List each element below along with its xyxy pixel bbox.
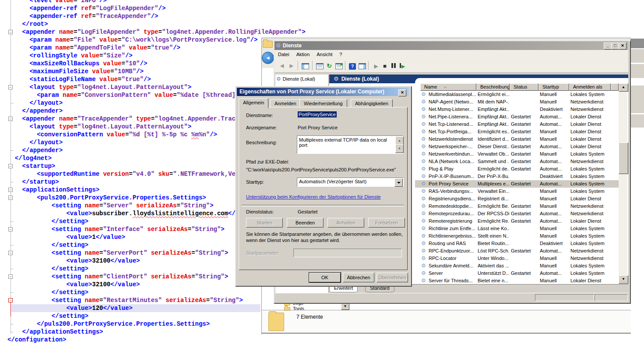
service-row[interactable]: ⚙Net.Tcp-Portfreiga...Ermöglicht es...Ge…: [415, 128, 619, 135]
scroll-down-icon[interactable]: ▼: [619, 275, 628, 284]
startup-type-combobox[interactable]: Automatisch (Verzögerter Start): [297, 178, 404, 187]
show-console-tree-icon[interactable]: [301, 61, 310, 70]
menu-item-file[interactable]: Datei: [274, 50, 293, 59]
service-row[interactable]: ⚙RPC-Endpunktzuor...Löst RPC-Sch...Gesta…: [415, 247, 619, 255]
scroll-up-icon[interactable]: ▲: [395, 136, 404, 145]
column-header-name[interactable]: Name: [420, 83, 476, 91]
maximize-button[interactable]: □: [611, 43, 619, 50]
restart-service-icon[interactable]: ▶: [398, 61, 407, 70]
service-row[interactable]: ⚙Server für Threads...Bietet eine n...Ma…: [415, 277, 619, 284]
service-row[interactable]: ⚙Plug & PlayErmöglicht de...GestartetAut…: [415, 165, 619, 173]
service-row[interactable]: ⚙Remoteprozedurau...Der RPCSS-Di...Gesta…: [415, 210, 619, 217]
cell-logon: Lokales System: [570, 173, 618, 180]
service-row[interactable]: ⚙Richtlinie zum Entfe...Lässt eine Ko...…: [415, 225, 619, 232]
service-gear-icon: ⚙: [421, 158, 426, 165]
back-button[interactable]: ◄: [262, 52, 274, 64]
code-line: <value>32100</value>: [7, 257, 140, 265]
stop-service-icon[interactable]: ■: [380, 61, 389, 70]
column-header-status[interactable]: Status: [510, 83, 538, 91]
service-row[interactable]: ⚙Netzwerkverbindun...Verwaltet Ob...Gest…: [415, 150, 619, 158]
cell-logon: Lokales System: [570, 151, 618, 157]
service-row-selected[interactable]: ⚙Port Proxy ServiceMultiplexes e...Gesta…: [415, 180, 619, 188]
startup-options-help-link[interactable]: Unterstützung beim Konfigurieren der Sta…: [246, 194, 381, 199]
export-list-icon[interactable]: ►: [334, 61, 343, 70]
cell-logon: Lokaler Dienst: [570, 218, 618, 224]
tab-wiederherstellung[interactable]: Wiederherstellung: [299, 99, 347, 108]
column-header-beschreibung[interactable]: Beschreibung: [476, 83, 510, 91]
background-window-fragment: [630, 64, 644, 78]
service-name-value[interactable]: PortProxyService: [298, 112, 337, 117]
code-line: <value>120</value>: [7, 304, 133, 312]
start-service-icon[interactable]: ▶: [372, 61, 380, 70]
code-line: <setting name="Interface" serializeAs="S…: [7, 225, 225, 233]
service-row[interactable]: ⚙ServerUnterstützt D...GestartetAutomat.…: [415, 270, 619, 277]
cell-status: Gestartet: [511, 166, 538, 172]
minimize-button[interactable]: _: [604, 43, 612, 50]
service-row[interactable]: ⚙PnP-X-IP-Busenum...Der PnP-X-Bu...Deakt…: [415, 173, 619, 180]
tab-abhängigkeiten[interactable]: Abhängigkeiten: [351, 99, 393, 108]
help-icon[interactable]: ?: [348, 61, 357, 70]
service-row[interactable]: ⚙Netzwerkspeicher-...Dieser Dienst...Ges…: [415, 143, 619, 150]
start-params-input[interactable]: [293, 249, 402, 257]
pause-service-icon[interactable]: [389, 61, 398, 70]
refresh-icon[interactable]: ↻: [325, 61, 334, 70]
tab-anmelden[interactable]: Anmelden: [270, 99, 301, 108]
cell-start: Manuell: [540, 188, 569, 195]
scrollbar-thumb[interactable]: [619, 142, 628, 174]
explorer-details-pane: 7 Elemente: [262, 311, 631, 333]
dialog-titlebar[interactable]: Eigenschaften von Port Proxy Service (Lo…: [237, 88, 408, 96]
service-row[interactable]: ⚙Multimediaklassenpl...Ermöglicht ei...M…: [415, 91, 619, 98]
ok-button[interactable]: OK: [309, 273, 341, 282]
tree-root-item[interactable]: ⚙Dienste (Lokal): [276, 76, 315, 82]
abbrechen-button[interactable]: Abbrechen: [343, 273, 374, 282]
service-row[interactable]: ⚙Richtlinienergebniss...Stellt einen N..…: [415, 232, 619, 240]
beenden-button[interactable]: Beenden: [287, 218, 324, 228]
vertical-scrollbar[interactable]: ▲ ▼: [619, 83, 627, 284]
scroll-down-icon[interactable]: ▼: [395, 144, 404, 153]
cell-desc: Verwaltet Ob...: [478, 151, 509, 157]
service-gear-icon: ⚙: [421, 121, 426, 128]
cell-start: Automat...: [540, 210, 569, 217]
close-icon[interactable]: ✕: [398, 89, 406, 96]
close-button[interactable]: ✕: [619, 43, 626, 50]
service-row[interactable]: ⚙RemoteregistrierungErmöglicht Re...Gest…: [415, 217, 619, 225]
properties-icon[interactable]: [315, 61, 324, 70]
cell-name: Routing und RAS: [429, 240, 477, 247]
list-rows: ⚙Multimediaklassenpl...Ermöglicht ei...M…: [415, 91, 619, 284]
chevron-down-icon[interactable]: [394, 178, 403, 187]
service-row[interactable]: ⚙RPC-LocatorUnter Windo...ManuellNetzwer…: [415, 255, 619, 262]
column-header-starttyp[interactable]: Starttyp: [538, 83, 569, 91]
column-header-anmelden-als[interactable]: Anmelden als: [569, 83, 611, 91]
service-row[interactable]: ⚙Net.Tcp-Listenerad...Empfängt Akt...Ges…: [415, 121, 619, 128]
back-icon[interactable]: ◄: [278, 61, 286, 70]
menu-item-action[interactable]: Aktion: [293, 50, 313, 59]
description-field[interactable]: Multiplexes external TCP/IP data on loca…: [297, 135, 404, 154]
tab-allgemein[interactable]: Allgemein: [239, 98, 268, 108]
forward-icon[interactable]: ►: [287, 61, 296, 70]
menu-item-help[interactable]: ?: [336, 50, 345, 59]
services-list[interactable]: NameBeschreibungStatusStarttypAnmelden a…: [415, 78, 628, 284]
code-line: <value>subscriber.lloydslistintelligence…: [7, 210, 250, 217]
service-row[interactable]: ⚙Net.Pipe-Listenera...Empfängt Akt...Ges…: [415, 113, 619, 121]
scroll-up-icon[interactable]: ▲: [619, 83, 628, 92]
description-text: Multiplexes external TCP/IP data on loca…: [299, 137, 394, 148]
service-row[interactable]: ⚙NetzwerklistendienstIdentifiziert d...G…: [415, 135, 619, 143]
action-pane-icon[interactable]: [358, 61, 366, 70]
dropdown-arrow-icon[interactable]: ▼: [341, 303, 349, 310]
description-scrollbar[interactable]: ▲ ▼: [395, 136, 403, 153]
service-row[interactable]: ⚙NAP-Agent (Netwo...Mit dem NAP-...Manue…: [415, 98, 619, 106]
code-line: </setting>: [7, 288, 88, 296]
menu-item-view[interactable]: Ansicht: [313, 50, 336, 59]
service-row[interactable]: ⚙NLA (Network Loca...Sammelt und ...Gest…: [415, 158, 619, 165]
service-row[interactable]: ⚙Remotedesktopdie...Ermöglicht Be...Gest…: [415, 203, 619, 210]
services-titlebar[interactable]: ⚙Dienste _ □ ✕: [274, 41, 628, 50]
service-row[interactable]: ⚙Net.Msmq-Listener...Empfängt Akt...Deak…: [415, 106, 619, 113]
cell-desc: Registriert di...: [478, 196, 509, 202]
service-row[interactable]: ⚙Sekundäre Anmeld...Aktiviert das ...Man…: [415, 262, 619, 270]
service-row[interactable]: ⚙RAS-Verbindungsv...Verwaltet Ein...Manu…: [415, 188, 619, 195]
service-row[interactable]: ⚙Registrierungsdiens...Registriert di...…: [415, 195, 619, 203]
screen: { "colors": { "active_title_gradient": […: [0, 0, 644, 345]
code-line: </appender>: [7, 107, 63, 115]
service-row[interactable]: ⚙Routing und RASBietet Routin...Deaktivi…: [415, 240, 619, 247]
background-window-fragment: [630, 85, 644, 113]
